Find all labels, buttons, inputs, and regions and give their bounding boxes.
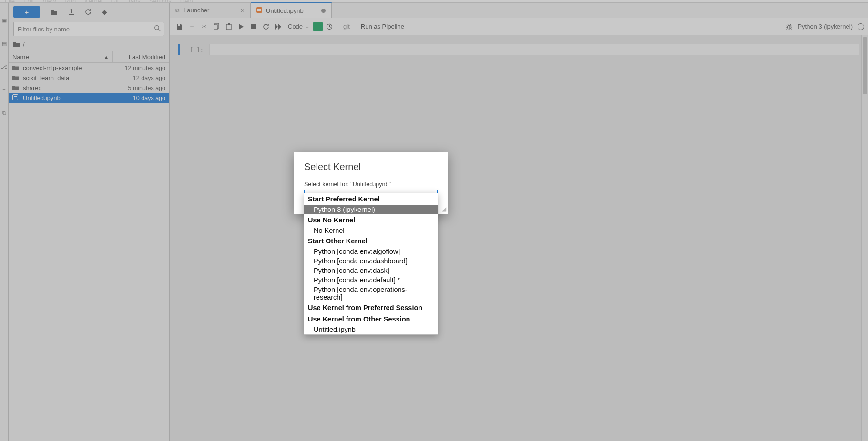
notebook-body[interactable]: [ ]: — [170, 35, 868, 441]
render-panel-button[interactable]: ≡ — [313, 22, 323, 31]
dialog-label: Select kernel for: "Untitled.ipynb" — [304, 181, 438, 188]
toc-icon[interactable]: ≡ — [2, 87, 5, 93]
svg-rect-3 — [214, 25, 217, 30]
refresh-icon[interactable] — [85, 9, 92, 15]
kernel-dropdown[interactable]: Start Preferred KernelPython 3 (ipykerne… — [304, 193, 438, 335]
code-cell[interactable]: [ ]: — [178, 44, 859, 55]
clock-icon[interactable] — [324, 21, 335, 32]
scroll-thumb[interactable] — [863, 37, 867, 94]
tab-label: Launcher — [184, 7, 209, 14]
search-icon — [154, 25, 161, 31]
upload-icon[interactable] — [68, 9, 74, 15]
tab[interactable]: ⧉Launcher× — [170, 3, 251, 18]
notebook-toolbar: ＋ ✂ Code ⌄ ≡ git Run as Pipeline Python … — [170, 18, 868, 35]
close-icon[interactable]: × — [241, 7, 245, 14]
column-name[interactable]: Name ▲ — [9, 51, 113, 62]
bug-icon[interactable] — [786, 23, 793, 30]
resize-grip-icon[interactable] — [442, 206, 446, 212]
launcher-icon: ⧉ — [175, 7, 180, 14]
git-sidebar-icon[interactable]: ◆ — [102, 8, 107, 16]
svg-rect-6 — [251, 24, 256, 29]
dropdown-group-heading: Start Preferred Kernel — [304, 193, 438, 205]
sidebar-toolbar: + ◆ — [9, 3, 169, 21]
cell-indicator — [178, 44, 180, 55]
dropdown-item[interactable]: No Kernel — [304, 226, 438, 235]
file-name: Untitled.ipynb — [23, 94, 109, 101]
file-row[interactable]: shared5 minutes ago — [9, 83, 169, 93]
restart-button[interactable] — [260, 21, 272, 32]
activity-bar: ▣ ▤ ⎇ ≡ ⧉ — [0, 3, 9, 441]
file-browser-sidebar: + ◆ / Name ▲ Las — [9, 3, 170, 441]
tab-bar: ⧉Launcher×Untitled.ipynb — [170, 3, 868, 18]
copy-button[interactable] — [211, 21, 222, 32]
folder-icon — [12, 75, 20, 80]
run-as-pipeline-button[interactable]: Run as Pipeline — [358, 23, 407, 30]
dirty-indicator-icon — [321, 9, 326, 13]
file-name: shared — [23, 84, 109, 91]
new-launcher-button[interactable]: + — [13, 6, 40, 18]
breadcrumb[interactable]: / — [9, 39, 169, 51]
run-button[interactable] — [235, 21, 247, 32]
file-row[interactable]: scikit_learn_data12 days ago — [9, 73, 169, 83]
scrollbar[interactable] — [861, 35, 868, 441]
running-icon[interactable]: ▤ — [2, 40, 7, 47]
file-modified: 12 minutes ago — [109, 65, 165, 71]
dropdown-item[interactable]: Python [conda env:default] * — [304, 275, 438, 285]
paste-button[interactable] — [223, 21, 235, 32]
breadcrumb-path: / — [23, 41, 25, 48]
file-name: scikit_learn_data — [23, 74, 109, 81]
file-name: convect-mlp-example — [23, 64, 109, 71]
svg-rect-4 — [226, 24, 231, 30]
dropdown-item[interactable]: Python [conda env:dashboard] — [304, 256, 438, 266]
file-browser-header: Name ▲ Last Modified — [9, 51, 169, 63]
cut-button[interactable]: ✂ — [198, 21, 210, 32]
dropdown-item[interactable]: Untitled.ipynb — [304, 325, 438, 334]
folder-icon[interactable]: ▣ — [2, 17, 7, 23]
file-modified: 12 days ago — [109, 75, 165, 81]
dropdown-item[interactable]: Python [conda env:algoflow] — [304, 247, 438, 256]
notebook-icon — [12, 94, 20, 101]
git-icon[interactable]: ⎇ — [1, 64, 7, 70]
sort-asc-icon: ▲ — [104, 54, 109, 60]
extensions-icon[interactable]: ⧉ — [2, 110, 6, 116]
dropdown-group-heading: Use Kernel from Other Session — [304, 313, 438, 325]
restart-run-all-button[interactable] — [273, 21, 284, 32]
dropdown-group-heading: Use No Kernel — [304, 214, 438, 226]
column-modified[interactable]: Last Modified — [113, 51, 169, 62]
stop-button[interactable] — [248, 21, 259, 32]
dialog-title: Select Kernel — [304, 161, 438, 172]
file-row[interactable]: Untitled.ipynb10 days ago — [9, 93, 169, 103]
file-modified: 5 minutes ago — [109, 85, 165, 91]
git-toolbar-label[interactable]: git — [341, 23, 352, 30]
tab[interactable]: Untitled.ipynb — [251, 2, 332, 18]
dropdown-item[interactable]: Python 3 (ipykernel) — [304, 205, 438, 214]
kernel-status-icon[interactable] — [858, 23, 864, 30]
cell-input[interactable] — [209, 44, 859, 55]
file-row[interactable]: convect-mlp-example12 minutes ago — [9, 63, 169, 73]
file-list: convect-mlp-example12 minutes agoscikit_… — [9, 63, 169, 441]
cell-type-select[interactable]: Code ⌄ — [285, 23, 312, 30]
dropdown-item[interactable]: Python [conda env:dask] — [304, 266, 438, 275]
folder-icon — [13, 42, 20, 48]
tab-label: Untitled.ipynb — [266, 7, 304, 14]
new-folder-icon[interactable] — [51, 9, 58, 15]
folder-icon — [12, 85, 20, 90]
kernel-name-button[interactable]: Python 3 (ipykernel) — [797, 23, 853, 30]
dropdown-group-heading: Use Kernel from Preferred Session — [304, 302, 438, 313]
insert-cell-button[interactable]: ＋ — [186, 21, 197, 32]
svg-point-0 — [155, 26, 159, 30]
cell-prompt: [ ]: — [183, 44, 206, 55]
chevron-down-icon: ⌄ — [306, 24, 309, 29]
folder-icon — [12, 65, 20, 70]
file-modified: 10 days ago — [109, 95, 165, 101]
svg-rect-5 — [228, 23, 230, 25]
notebook-icon — [256, 7, 262, 14]
file-filter-input[interactable] — [13, 22, 164, 36]
svg-line-1 — [158, 29, 160, 31]
save-button[interactable] — [174, 21, 185, 32]
main-content: ⧉Launcher×Untitled.ipynb ＋ ✂ Code ⌄ ≡ gi… — [170, 3, 868, 441]
dropdown-item[interactable]: Python [conda env:operations-research] — [304, 285, 438, 302]
dropdown-group-heading: Start Other Kernel — [304, 235, 438, 247]
